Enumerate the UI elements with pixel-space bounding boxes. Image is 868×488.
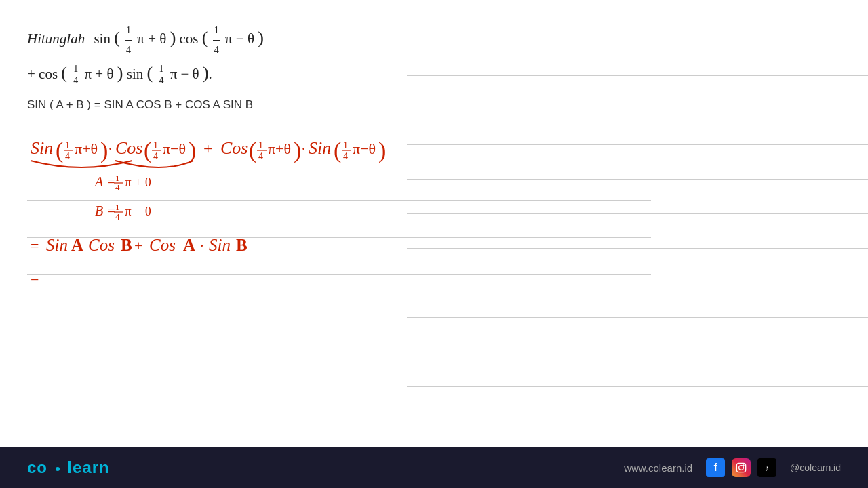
- svg-text:(: (: [249, 138, 256, 163]
- handwritten-section: Sin ( 1 4 π+θ ) · Cos ( 1 4: [27, 125, 380, 325]
- svg-text:+: +: [134, 237, 142, 254]
- svg-text:1: 1: [343, 140, 348, 150]
- footer: co learn www.colearn.id f ♪ @colearn.id: [0, 447, 868, 488]
- logo-dot: [56, 467, 60, 471]
- logo: co learn: [27, 458, 110, 477]
- right-line-7: [407, 248, 868, 249]
- svg-text:(: (: [334, 138, 341, 163]
- svg-text:π−θ: π−θ: [353, 140, 376, 157]
- right-line-9: [407, 317, 868, 318]
- svg-text:): ): [294, 138, 301, 163]
- svg-text:π−θ: π−θ: [163, 140, 186, 157]
- svg-text:A =: A =: [94, 174, 115, 189]
- svg-text:Sin: Sin: [309, 138, 331, 158]
- svg-text:1: 1: [153, 140, 158, 150]
- svg-text:A: A: [183, 236, 195, 254]
- svg-text:4: 4: [115, 182, 120, 192]
- svg-text:1: 1: [258, 140, 263, 150]
- right-line-2: [407, 75, 868, 76]
- right-line-5: [407, 179, 868, 180]
- svg-text:B: B: [236, 236, 248, 254]
- logo-learn: learn: [67, 458, 109, 476]
- svg-text:): ): [100, 138, 108, 163]
- svg-text:·: ·: [302, 142, 305, 157]
- svg-text:B: B: [121, 236, 132, 254]
- main-content: Hitunglah sin ( 1 4 π + θ ) cos ( 1 4: [0, 0, 868, 488]
- facebook-icon: f: [706, 458, 725, 477]
- svg-text:B =: B =: [95, 203, 116, 218]
- svg-text:4: 4: [65, 151, 70, 161]
- ruled-lines-right: [407, 41, 868, 421]
- svg-text:π + θ: π + θ: [125, 175, 151, 189]
- social-handle: @colearn.id: [790, 462, 841, 473]
- right-line-6: [407, 214, 868, 214]
- svg-text:·: ·: [108, 142, 112, 157]
- svg-text:Cos: Cos: [220, 138, 248, 158]
- formula-part1: sin ( 1 4 π + θ ) cos ( 1 4 π − θ ): [94, 30, 263, 47]
- svg-point-54: [739, 466, 744, 470]
- hitunglah-label: Hitunglah: [27, 30, 85, 47]
- right-line-11: [407, 386, 868, 387]
- svg-text:Sin: Sin: [31, 138, 53, 158]
- right-line-8: [407, 283, 868, 283]
- tiktok-icon: ♪: [757, 458, 776, 477]
- right-line-3: [407, 110, 868, 110]
- svg-text:·: ·: [200, 237, 204, 254]
- svg-text:4: 4: [153, 151, 158, 161]
- svg-text:Cos: Cos: [88, 236, 115, 254]
- svg-text:Sin: Sin: [209, 236, 231, 254]
- social-icons: f ♪: [706, 458, 776, 477]
- svg-text:): ): [378, 138, 386, 163]
- svg-rect-53: [736, 463, 745, 472]
- right-line-1: [407, 41, 868, 41]
- svg-text:(: (: [56, 138, 63, 163]
- svg-text:π+θ: π+θ: [268, 140, 291, 157]
- left-panel: Hitunglah sin ( 1 4 π + θ ) cos ( 1 4: [0, 0, 407, 488]
- svg-text:4: 4: [258, 151, 263, 161]
- svg-text:(: (: [144, 138, 151, 163]
- identity-formula: SIN ( A + B ) = SIN A COS B + COS A SIN …: [27, 98, 380, 112]
- svg-text:): ): [189, 138, 196, 163]
- right-line-10: [407, 352, 868, 352]
- formula-part2: + cos ( 1 4 π + θ ) sin ( 1 4 π − θ ).: [27, 66, 212, 82]
- instagram-icon: [732, 458, 751, 477]
- svg-text:+: +: [203, 140, 213, 157]
- svg-text:−: −: [31, 271, 39, 288]
- svg-text:π − θ: π − θ: [125, 204, 151, 218]
- footer-right: www.colearn.id f ♪ @colearn.id: [624, 458, 841, 477]
- svg-text:π+θ: π+θ: [75, 140, 98, 157]
- logo-text: co: [27, 458, 47, 476]
- svg-text:1: 1: [115, 173, 120, 183]
- svg-text:Sin: Sin: [46, 236, 68, 254]
- svg-point-55: [743, 464, 745, 466]
- svg-text:=: =: [31, 237, 39, 254]
- problem-section: Hitunglah sin ( 1 4 π + θ ) cos ( 1 4: [27, 20, 380, 112]
- svg-text:Cos: Cos: [149, 236, 176, 254]
- svg-text:4: 4: [115, 211, 120, 222]
- right-panel: [407, 0, 868, 488]
- svg-text:4: 4: [343, 151, 348, 161]
- svg-text:Cos: Cos: [115, 138, 142, 158]
- right-line-4: [407, 144, 868, 145]
- footer-url: www.colearn.id: [624, 462, 692, 474]
- svg-text:1: 1: [115, 202, 120, 212]
- svg-text:A: A: [71, 236, 83, 254]
- svg-text:1: 1: [65, 140, 70, 150]
